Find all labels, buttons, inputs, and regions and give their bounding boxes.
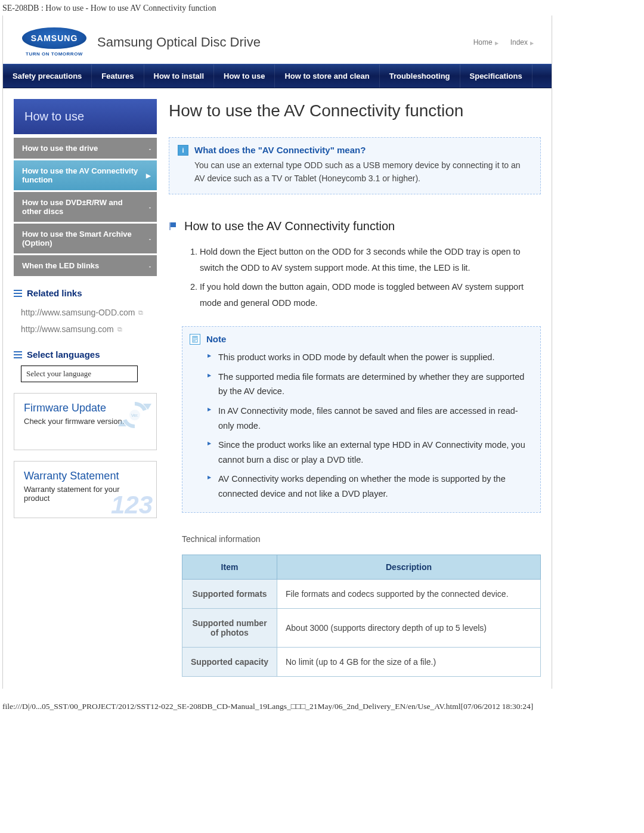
cell-item: Supported number of photos [182,608,277,647]
tagline: TURN ON TOMORROW [26,51,83,57]
svg-rect-12 [193,339,197,339]
note-title: Note [206,334,531,344]
steps-list: Hold down the Eject button on the ODD fo… [169,243,541,313]
cell-desc: No limit (up to 4 GB for the size of a f… [277,647,541,676]
menu-specifications[interactable]: Specifications [460,64,532,88]
menu-safety[interactable]: Safety precautions [3,64,92,88]
card-title: Warranty Statement [24,470,147,482]
select-languages-label: Select languages [27,349,100,360]
sidebar-list: How to use the drive - How to use the AV… [14,138,157,276]
minus-icon: - [149,262,151,269]
cell-desc: About 3000 (supports directory depth of … [277,608,541,647]
samsung-logo-icon: SAMSUNG [22,27,86,49]
note-box: Note This product works in ODD mode by d… [182,326,541,513]
chevron-right-icon: ▶ [495,41,499,46]
link-text: http://www.samsung-ODD.com [21,308,135,317]
minus-icon: - [149,204,151,210]
info-icon: i [178,145,188,156]
svg-rect-5 [14,357,22,358]
step-1: Hold down the Eject button on the ODD fo… [200,243,541,278]
technical-info-heading: Technical information [182,534,541,544]
sidebar-item-label: How to use the AV Connectivity function [22,166,138,184]
product-title: Samsung Optical Disc Drive [97,35,261,50]
sidebar: How to use How to use the drive - How to… [14,99,157,677]
header: SAMSUNG TURN ON TOMORROW Samsung Optical… [3,16,552,64]
list-icon [14,351,22,359]
page-path-top: SE-208DB : How to use - How to use AV Co… [0,0,644,16]
sidebar-item-smart-archive[interactable]: How to use the Smart Archive (Option) - [14,224,157,253]
note-item: This product works in ODD mode by defaul… [204,348,531,367]
svg-rect-0 [14,290,22,291]
index-link[interactable]: Index▶ [510,38,534,47]
cell-desc: File formats and codecs supported by the… [277,579,541,608]
table-row: Supported number of photos About 3000 (s… [182,608,541,647]
technical-table: Item Description Supported formats File … [182,555,541,677]
svg-text:Ver.: Ver. [131,413,138,417]
note-item: In AV Connectivity mode, files cannot be… [204,401,531,435]
step-2: If you hold down the button again, ODD m… [200,278,541,313]
page-title: How to use the AV Connectivity function [169,101,541,120]
body-row: How to use How to use the drive - How to… [3,88,552,677]
external-link-icon: ⧉ [117,326,122,333]
info-box: i What does the "AV Connectivity" mean? … [169,137,541,194]
number-icon: 123 [111,494,153,516]
related-links-heading: Related links [14,288,157,298]
sidebar-item-label: How to use the drive [22,144,98,153]
note-item: AV Connectivity works depending on wheth… [204,469,531,503]
main-menu: Safety precautions Features How to insta… [3,64,552,88]
sidebar-item-drive[interactable]: How to use the drive - [14,138,157,159]
info-text: You can use an external type ODD such as… [194,159,531,185]
list-icon [14,289,22,298]
sidebar-item-led[interactable]: When the LED blinks - [14,255,157,276]
svg-rect-1 [14,293,22,294]
menu-how-to-install[interactable]: How to install [144,64,215,88]
section-heading: How to use the AV Connectivity function [169,219,541,233]
table-header-row: Item Description [182,555,541,579]
refresh-icon: Ver. [118,398,151,433]
index-label: Index [510,38,528,47]
th-item: Item [182,555,277,579]
cell-item: Supported capacity [182,647,277,676]
select-languages-heading: Select languages [14,349,157,360]
flag-icon [169,222,177,230]
document-frame: SAMSUNG TURN ON TOMORROW Samsung Optical… [2,16,552,689]
note-list: This product works in ODD mode by defaul… [204,348,531,504]
table-row: Supported formats File formats and codec… [182,579,541,608]
note-item: The supported media file formats are det… [204,367,531,401]
sidebar-item-label: When the LED blinks [22,261,99,270]
card-warranty[interactable]: Warranty Statement Warranty statement fo… [14,461,157,518]
link-samsung[interactable]: http://www.samsung.com ⧉ [14,321,157,337]
sidebar-item-label: How to use the Smart Archive (Option) [22,230,132,247]
svg-rect-2 [14,296,22,297]
link-text: http://www.samsung.com [21,324,114,334]
home-link[interactable]: Home▶ [473,38,499,47]
sidebar-item-label: How to use DVD±R/RW and other discs [22,198,123,216]
sidebar-item-av[interactable]: How to use the AV Connectivity function … [14,160,157,190]
menu-how-to-use[interactable]: How to use [214,64,275,88]
sidebar-item-dvd[interactable]: How to use DVD±R/RW and other discs - [14,192,157,222]
svg-rect-9 [169,222,171,230]
menu-troubleshooting[interactable]: Troubleshooting [380,64,460,88]
note-item: Since the product works like an external… [204,435,531,469]
related-links-list: http://www.samsung-ODD.com ⧉ http://www.… [14,304,157,337]
page-container: SE-208DB : How to use - How to use AV Co… [0,0,644,715]
svg-rect-3 [14,351,22,352]
link-samsung-odd[interactable]: http://www.samsung-ODD.com ⧉ [14,304,157,321]
table-row: Supported capacity No limit (up to 4 GB … [182,647,541,676]
language-select[interactable]: Select your language [21,366,138,382]
chevron-right-icon: ▶ [530,41,534,46]
related-links-label: Related links [27,288,82,298]
page-path-bottom: file:///D|/0...05_SST/00_PROJECT/2012/SS… [0,689,644,715]
note-icon [190,334,200,345]
menu-features[interactable]: Features [92,64,144,88]
card-firmware[interactable]: Firmware Update Check your firmware vers… [14,393,157,450]
cell-item: Supported formats [182,579,277,608]
home-label: Home [473,38,493,47]
minus-icon: - [149,145,151,151]
info-title: What does the "AV Connectivity" mean? [194,145,531,155]
menu-store-clean[interactable]: How to store and clean [275,64,379,88]
external-link-icon: ⧉ [138,309,143,317]
th-desc: Description [277,555,541,579]
svg-rect-11 [193,337,197,337]
brand: SAMSUNG TURN ON TOMORROW Samsung Optical… [22,27,261,57]
